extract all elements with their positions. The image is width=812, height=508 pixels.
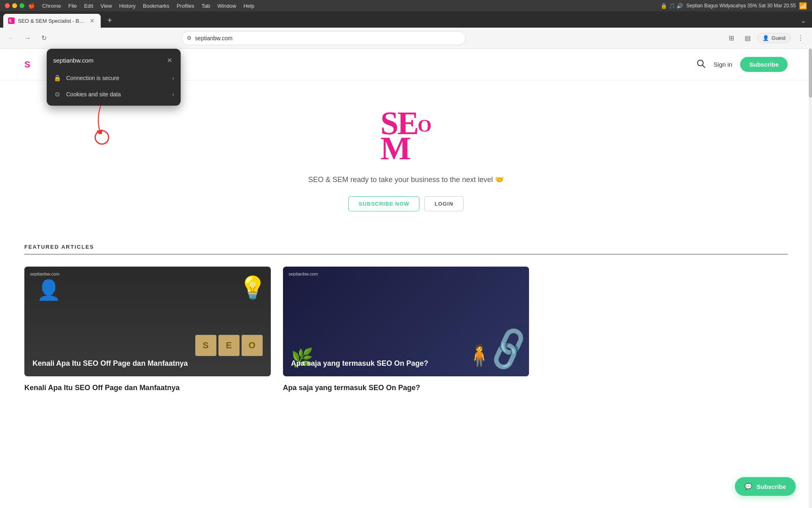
tab-bar: S SEO & SEM Specialist - Boos... ✕ + ⌄ bbox=[0, 11, 812, 28]
svg-line-4 bbox=[702, 65, 705, 67]
mac-menu: 🍎 Chrome File Edit View History Bookmark… bbox=[28, 3, 254, 9]
article-title-2: Apa saja yang termasuk SEO On Page? bbox=[283, 383, 529, 393]
svg-text:S: S bbox=[9, 19, 12, 23]
lock-circle-annotation bbox=[95, 130, 109, 145]
tab-close-button[interactable]: ✕ bbox=[89, 17, 96, 24]
mac-menu-edit[interactable]: Edit bbox=[84, 3, 93, 9]
hero-logo: SEO M bbox=[380, 105, 432, 163]
mac-menu-chrome[interactable]: Chrome bbox=[42, 3, 61, 9]
featured-articles-section: FEATURED ARTICLES septianbw.com S E O bbox=[0, 228, 812, 409]
article-thumb-title-2: Apa saja yang termasuk SEO On Page? bbox=[283, 351, 529, 376]
tab-favicon: S bbox=[8, 17, 15, 24]
profile-button[interactable]: 👤 Guest bbox=[757, 33, 791, 43]
chevron-right-icon: › bbox=[172, 75, 174, 81]
popup-cookies-label: Cookies and site data bbox=[66, 91, 167, 98]
mac-menu-tab[interactable]: Tab bbox=[201, 3, 210, 9]
scrollbar-thumb[interactable] bbox=[809, 49, 812, 98]
popup-cookies-item[interactable]: ⊙ Cookies and site data › bbox=[47, 86, 181, 102]
mac-menu-help[interactable]: Help bbox=[244, 3, 255, 9]
subscribe-now-button[interactable]: SUBSCRIBE NOW bbox=[348, 196, 419, 211]
hero-buttons: SUBSCRIBE NOW LOGIN bbox=[348, 196, 463, 211]
site-info-popup: septianbw.com ✕ 🔒 Connection is secure ›… bbox=[47, 49, 181, 106]
subscribe-header-button[interactable]: Subscribe bbox=[740, 57, 788, 72]
floating-subscribe-icon: 💬 bbox=[745, 483, 752, 490]
article-thumb-1: septianbw.com S E O 💡 👤 Kenali Apa Itu S… bbox=[24, 267, 271, 376]
floating-subscribe-button[interactable]: 💬 Subscribe bbox=[735, 477, 796, 496]
search-icon-header[interactable] bbox=[697, 59, 706, 70]
scrollbar-track bbox=[809, 49, 812, 508]
close-traffic-light[interactable] bbox=[5, 3, 10, 8]
mac-menu-view[interactable]: View bbox=[101, 3, 112, 9]
profile-icon: 👤 bbox=[762, 35, 769, 41]
minimize-traffic-light[interactable] bbox=[12, 3, 17, 8]
article-site-label-2: septianbw.com bbox=[289, 271, 318, 276]
active-tab[interactable]: S SEO & SEM Specialist - Boos... ✕ bbox=[3, 14, 101, 28]
url-bar[interactable]: ⚙ septianbw.com bbox=[181, 31, 466, 45]
article-site-label-1: septianbw.com bbox=[30, 271, 60, 276]
traffic-lights bbox=[5, 3, 24, 8]
mac-menu-bookmarks[interactable]: Bookmarks bbox=[143, 3, 169, 9]
mac-user-info: Septian Bagus Widyacahya 35% Sat 30 Mar … bbox=[687, 3, 796, 9]
mac-titlebar: 🍎 Chrome File Edit View History Bookmark… bbox=[0, 0, 812, 11]
sidebar-button[interactable]: ▤ bbox=[741, 32, 754, 45]
mac-menu-history[interactable]: History bbox=[119, 3, 136, 9]
mac-system-info: 🔒 🎵 🔊 Septian Bagus Widyacahya 35% Sat 3… bbox=[661, 2, 807, 10]
url-lock-icon: ⚙ bbox=[187, 35, 192, 41]
articles-grid: septianbw.com S E O 💡 👤 Kenali Apa Itu S… bbox=[24, 267, 788, 393]
featured-title: FEATURED ARTICLES bbox=[24, 244, 788, 250]
popup-site-title: septianbw.com bbox=[53, 57, 93, 64]
cookies-icon: ⊙ bbox=[53, 90, 61, 98]
mac-menu-profiles[interactable]: Profiles bbox=[177, 3, 194, 9]
popup-connection-item[interactable]: 🔒 Connection is secure › bbox=[47, 70, 181, 86]
popup-header: septianbw.com ✕ bbox=[47, 55, 181, 70]
address-bar: ← → ↻ ⚙ septianbw.com ⊞ ▤ 👤 Guest ⋮ bbox=[0, 28, 812, 49]
tab-menu-button[interactable]: ⌄ bbox=[797, 15, 809, 26]
popup-close-button[interactable]: ✕ bbox=[164, 55, 174, 65]
hero-tagline: SEO & SEM ready to take your business to… bbox=[308, 175, 504, 184]
profile-label: Guest bbox=[771, 35, 786, 41]
person-decoration: 👤 bbox=[37, 279, 61, 302]
site-logo: S bbox=[24, 59, 30, 70]
featured-divider bbox=[24, 254, 788, 254]
forward-button[interactable]: → bbox=[21, 32, 34, 45]
arrow-annotation bbox=[95, 106, 107, 136]
article-card-placeholder bbox=[541, 267, 788, 393]
maximize-traffic-light[interactable] bbox=[19, 3, 24, 8]
chevron-right-icon-2: › bbox=[172, 91, 174, 98]
article-thumb-title-1: Kenali Apa Itu SEO Off Page dan Manfaatn… bbox=[24, 351, 271, 376]
new-tab-button[interactable]: + bbox=[104, 15, 115, 26]
article-card-2[interactable]: septianbw.com 🔗 🧍 🌿 Apa saja yang termas… bbox=[283, 267, 529, 393]
address-bar-right: ⊞ ▤ 👤 Guest ⋮ bbox=[725, 32, 807, 45]
tab-title: SEO & SEM Specialist - Boos... bbox=[18, 18, 85, 24]
article-title-1: Kenali Apa Itu SEO Off Page dan Manfaatn… bbox=[24, 383, 271, 393]
popup-connection-label: Connection is secure bbox=[66, 75, 167, 81]
mac-apple-icon[interactable]: 🍎 bbox=[28, 3, 35, 9]
floating-subscribe-label: Subscribe bbox=[756, 483, 786, 490]
back-button[interactable]: ← bbox=[5, 32, 18, 45]
article-card-1[interactable]: septianbw.com S E O 💡 👤 Kenali Apa Itu S… bbox=[24, 267, 271, 393]
lightbulb-decoration: 💡 bbox=[239, 275, 267, 301]
chrome-menu-button[interactable]: ⋮ bbox=[794, 32, 807, 45]
signin-button[interactable]: Sign in bbox=[714, 61, 732, 68]
article-thumb-2: septianbw.com 🔗 🧍 🌿 Apa saja yang termas… bbox=[283, 267, 529, 376]
login-button[interactable]: LOGIN bbox=[424, 196, 463, 211]
mac-menu-window[interactable]: Window bbox=[217, 3, 236, 9]
lock-icon: 🔒 bbox=[53, 74, 61, 82]
url-text: septianbw.com bbox=[195, 35, 460, 41]
reload-button[interactable]: ↻ bbox=[37, 32, 50, 45]
bookmarks-button[interactable]: ⊞ bbox=[725, 32, 738, 45]
mac-menu-file[interactable]: File bbox=[68, 3, 77, 9]
